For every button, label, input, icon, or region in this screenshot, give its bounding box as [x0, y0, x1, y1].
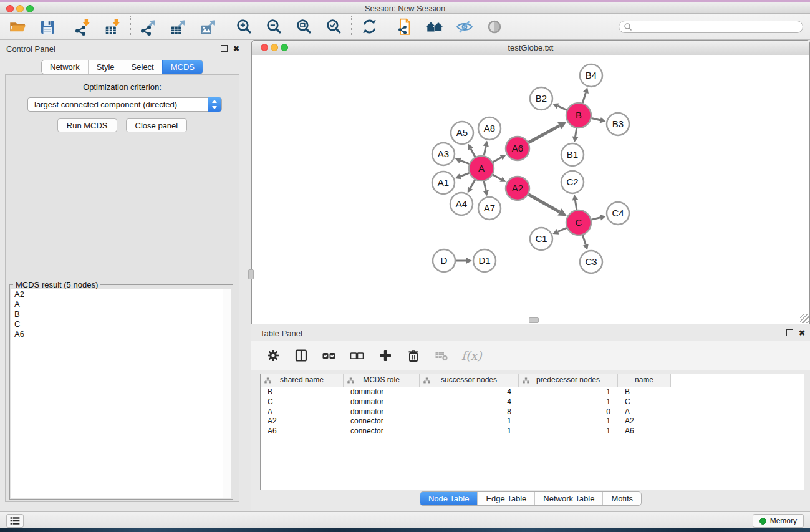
- add-column-icon[interactable]: [377, 347, 393, 364]
- criterion-dropdown[interactable]: largest connected component (directed): [27, 97, 222, 112]
- graph-edge-B-B2[interactable]: [557, 106, 566, 110]
- cell-predecessor-nodes[interactable]: 1: [519, 397, 618, 407]
- zoom-out-icon[interactable]: [264, 17, 283, 36]
- cell-predecessor-nodes[interactable]: 0: [519, 407, 618, 417]
- cell-successor-nodes[interactable]: 1: [420, 427, 519, 436]
- cell-shared-name[interactable]: A6: [261, 427, 344, 436]
- graph-edge-A-A4[interactable]: [470, 180, 475, 188]
- delete-icon[interactable]: [405, 347, 422, 364]
- task-history-button[interactable]: [6, 514, 24, 528]
- cell-successor-nodes[interactable]: 4: [420, 397, 519, 407]
- save-session-icon[interactable]: [38, 17, 57, 36]
- graph-edge-A-A5[interactable]: [471, 148, 475, 157]
- deselect-all-icon[interactable]: [349, 347, 365, 364]
- close-table-panel-icon[interactable]: ✖: [799, 330, 805, 336]
- result-item[interactable]: A6: [11, 329, 231, 339]
- table-row[interactable]: Adominator80A: [261, 407, 804, 417]
- export-image-icon[interactable]: [199, 17, 218, 36]
- cell-shared-name[interactable]: A2: [261, 417, 344, 426]
- graph-edge-C-C1[interactable]: [558, 228, 567, 231]
- table-row[interactable]: Cdominator41C: [261, 397, 804, 407]
- column-header-shared-name[interactable]: shared name: [261, 374, 344, 387]
- settings-gear-icon[interactable]: [265, 347, 281, 364]
- result-item[interactable]: C: [11, 319, 231, 329]
- column-header-predecessor-nodes[interactable]: predecessor nodes: [519, 374, 618, 387]
- graph-edge-C-C3[interactable]: [582, 235, 586, 244]
- cell-MCDS-role[interactable]: dominator: [344, 407, 420, 417]
- import-table-icon[interactable]: [104, 17, 122, 36]
- refresh-icon[interactable]: [360, 17, 378, 36]
- delete-table-icon[interactable]: [433, 347, 450, 364]
- network-canvas[interactable]: B4B2BB3A8A5A6A3B1AA1C2A2A4A7C4CC1DD1C3: [252, 55, 809, 324]
- graph-edge-A-A2[interactable]: [493, 175, 501, 179]
- tab-network[interactable]: Network: [42, 60, 88, 74]
- column-header-name[interactable]: name: [618, 374, 671, 387]
- show-panel-icon[interactable]: [485, 17, 504, 36]
- tab-edge-table[interactable]: Edge Table: [477, 492, 534, 505]
- cell-name[interactable]: C: [618, 397, 671, 407]
- graph-edge-A-A8[interactable]: [484, 146, 486, 155]
- cell-shared-name[interactable]: C: [261, 397, 344, 407]
- cell-shared-name[interactable]: A: [261, 407, 344, 417]
- cell-MCDS-role[interactable]: dominator: [344, 387, 420, 397]
- mcds-result-list[interactable]: A2ABCA6: [11, 289, 231, 498]
- vertical-scroll-thumb[interactable]: [248, 269, 254, 279]
- graph-edge-C-C2[interactable]: [575, 200, 576, 210]
- cell-name[interactable]: A2: [618, 417, 671, 426]
- zoom-selected-icon[interactable]: [324, 17, 343, 36]
- column-header-successor-nodes[interactable]: successor nodes: [420, 374, 519, 387]
- cell-successor-nodes[interactable]: 4: [420, 387, 519, 397]
- cell-successor-nodes[interactable]: 1: [420, 417, 519, 426]
- table-row[interactable]: Bdominator41B: [261, 387, 804, 397]
- horizontal-scroll-thumb[interactable]: [529, 317, 539, 323]
- function-builder-icon[interactable]: f(x): [461, 349, 482, 362]
- resize-handle[interactable]: [800, 314, 809, 323]
- cell-name[interactable]: B: [618, 387, 671, 397]
- graph-edge-B-B3[interactable]: [591, 118, 600, 120]
- close-panel-icon[interactable]: ✖: [233, 46, 239, 52]
- export-network-icon[interactable]: [139, 17, 158, 36]
- result-item[interactable]: A: [11, 299, 231, 309]
- table-row[interactable]: A2connector11A2: [261, 417, 804, 427]
- graph-edge-A-A7[interactable]: [484, 181, 486, 191]
- column-header-MCDS-role[interactable]: MCDS role: [344, 374, 420, 387]
- zoom-fit-icon[interactable]: [294, 17, 313, 36]
- cell-MCDS-role[interactable]: dominator: [344, 397, 420, 407]
- graph-edge-A-A1[interactable]: [460, 173, 469, 176]
- graph-edge-A2-C[interactable]: [528, 195, 559, 212]
- search-field[interactable]: [619, 21, 803, 33]
- tab-style[interactable]: Style: [88, 60, 123, 74]
- cell-shared-name[interactable]: B: [261, 387, 344, 397]
- run-mcds-button[interactable]: Run MCDS: [57, 118, 117, 132]
- float-panel-icon[interactable]: [221, 45, 228, 52]
- tab-motifs[interactable]: Motifs: [602, 492, 641, 505]
- cell-successor-nodes[interactable]: 8: [420, 407, 519, 417]
- open-session-icon[interactable]: [8, 17, 27, 36]
- cell-predecessor-nodes[interactable]: 1: [519, 427, 618, 436]
- import-network-icon[interactable]: [74, 17, 92, 36]
- graph-edge-A-A3[interactable]: [460, 160, 469, 163]
- float-table-panel-icon[interactable]: [786, 329, 793, 336]
- select-all-icon[interactable]: [321, 347, 337, 364]
- export-table-icon[interactable]: [169, 17, 188, 36]
- graph-edge-A6-B[interactable]: [529, 126, 560, 143]
- result-item[interactable]: B: [11, 309, 231, 319]
- cell-MCDS-role[interactable]: connector: [344, 427, 420, 436]
- tab-mcds[interactable]: MCDS: [162, 60, 203, 74]
- search-input[interactable]: [632, 22, 803, 32]
- cell-predecessor-nodes[interactable]: 1: [519, 387, 618, 397]
- cell-MCDS-role[interactable]: connector: [344, 417, 420, 426]
- cell-predecessor-nodes[interactable]: 1: [519, 417, 618, 426]
- hide-panel-icon[interactable]: [455, 17, 474, 36]
- graph-edge-B-B4[interactable]: [582, 93, 586, 103]
- cell-name[interactable]: A6: [618, 427, 671, 436]
- memory-button[interactable]: Memory: [753, 514, 804, 528]
- home-icon[interactable]: [425, 17, 444, 36]
- cell-name[interactable]: A: [618, 407, 671, 417]
- tab-select[interactable]: Select: [123, 60, 162, 74]
- session-file-icon[interactable]: [395, 17, 414, 36]
- column-icon[interactable]: [293, 347, 309, 364]
- table-row[interactable]: A6connector11A6: [261, 427, 804, 437]
- tab-network-table[interactable]: Network Table: [534, 492, 602, 505]
- result-scrollbar[interactable]: [223, 289, 231, 498]
